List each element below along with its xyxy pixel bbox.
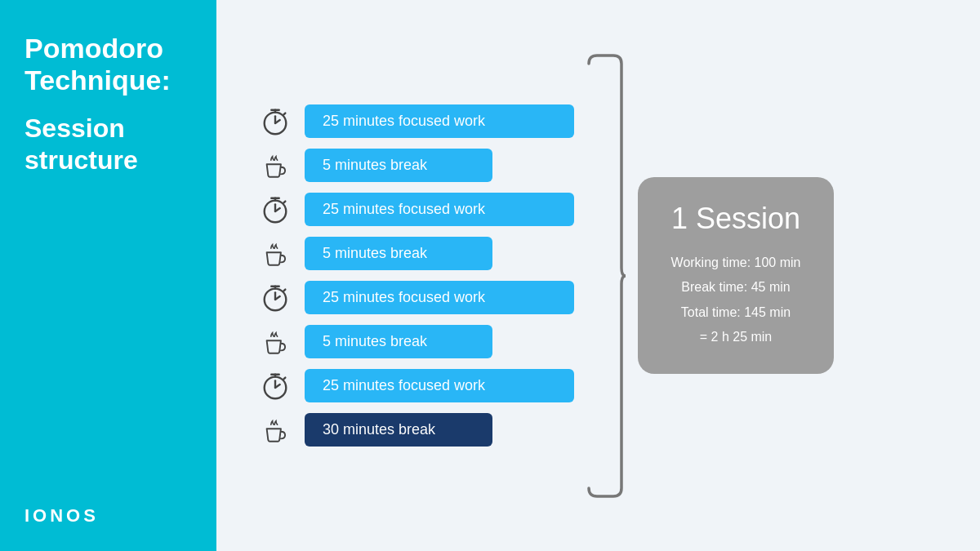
main-content: 25 minutes focused work 5 minutes break …	[216, 0, 980, 551]
step-row: 5 minutes break	[257, 324, 574, 360]
timer-icon	[257, 368, 293, 404]
steps-list: 25 minutes focused work 5 minutes break …	[257, 104, 574, 448]
step-row: 25 minutes focused work	[257, 368, 574, 404]
step-row: 5 minutes break	[257, 236, 574, 272]
svg-line-11	[283, 201, 285, 202]
step-row: 25 minutes focused work	[257, 104, 574, 140]
timer-icon	[257, 104, 293, 140]
step-label: 25 minutes focused work	[305, 369, 574, 402]
step-row: 25 minutes focused work	[257, 280, 574, 316]
step-row: 5 minutes break	[257, 148, 574, 184]
session-total-time: Total time: 145 min	[666, 300, 805, 325]
session-working-time: Working time: 100 min	[666, 251, 805, 275]
step-label: 25 minutes focused work	[305, 193, 574, 226]
sidebar-title: Pomodoro Technique:	[24, 33, 192, 96]
step-label: 5 minutes break	[305, 149, 492, 182]
session-box: 1 Session Working time: 100 min Break ti…	[638, 177, 834, 375]
session-break-time: Break time: 45 min	[666, 275, 805, 300]
svg-line-5	[283, 113, 285, 114]
sidebar: Pomodoro Technique: Session structure IO…	[0, 0, 216, 551]
step-row: 30 minutes break	[257, 412, 574, 448]
step-label: 5 minutes break	[305, 237, 492, 270]
step-label: 5 minutes break	[305, 325, 492, 358]
steps-and-brace: 25 minutes focused work 5 minutes break …	[257, 47, 630, 504]
coffee-icon	[257, 236, 293, 272]
sidebar-logo: IONOS	[24, 505, 192, 527]
timer-icon	[257, 280, 293, 316]
timer-icon	[257, 192, 293, 228]
coffee-icon	[257, 412, 293, 448]
session-details: Working time: 100 min Break time: 45 min…	[666, 251, 805, 350]
svg-line-23	[283, 377, 285, 379]
step-label: 25 minutes focused work	[305, 104, 574, 138]
svg-line-17	[283, 289, 285, 291]
sidebar-subtitle: Session structure	[24, 113, 192, 176]
session-equivalent: = 2 h 25 min	[666, 325, 805, 349]
step-row: 25 minutes focused work	[257, 192, 574, 228]
coffee-icon	[257, 148, 293, 184]
step-label: 30 minutes break	[305, 413, 492, 447]
coffee-icon	[257, 324, 293, 360]
step-label: 25 minutes focused work	[305, 281, 574, 314]
session-title: 1 Session	[666, 202, 805, 236]
brace-connector	[581, 47, 630, 504]
